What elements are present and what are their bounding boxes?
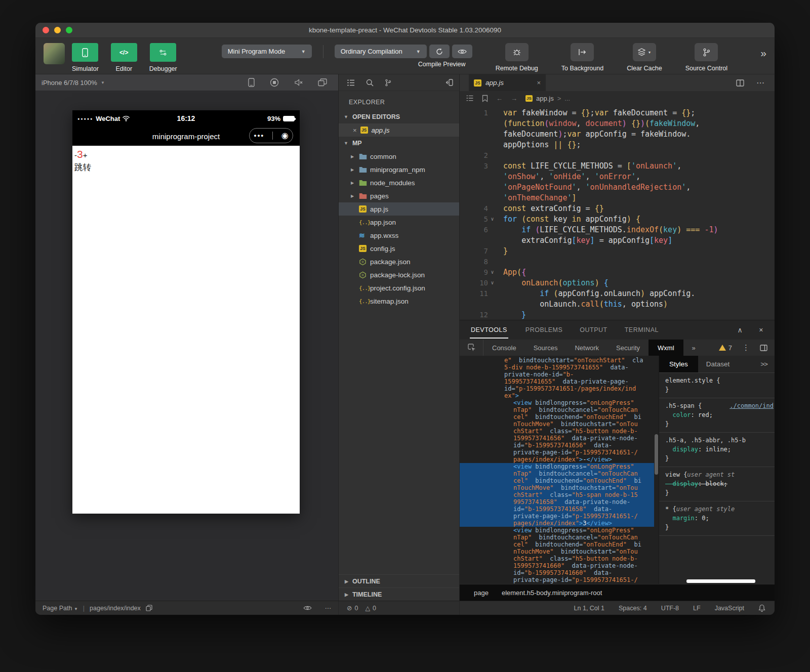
simulator-toggle[interactable]: Simulator — [72, 43, 99, 72]
copy-path-icon[interactable] — [146, 605, 152, 611]
tree-item-project.config.json[interactable]: {..}project.config.json — [339, 281, 459, 295]
wxml-node-line[interactable]: 1599573741660" data-private-node- — [460, 562, 654, 569]
code-row[interactable]: 8 — [460, 256, 775, 267]
inspect-element-icon[interactable] — [460, 340, 483, 356]
more-actions-icon[interactable]: ⋯ — [325, 604, 332, 612]
user-avatar[interactable] — [44, 43, 65, 64]
style-rule-line[interactable]: } — [659, 454, 775, 463]
close-panel-icon[interactable]: × — [759, 326, 763, 334]
tab-terminal[interactable]: TERMINAL — [625, 326, 659, 333]
wxml-node-line[interactable]: nTouchMove" bindtouchstart="onTou — [460, 484, 654, 491]
tab-dataset[interactable]: Dataset — [698, 356, 738, 372]
tree-item-node_modules[interactable]: ▶node_modules — [339, 176, 459, 189]
style-rule-line[interactable]: element.style { — [659, 376, 775, 385]
compile-button[interactable] — [429, 45, 450, 58]
record-icon[interactable] — [270, 78, 279, 87]
remote-debug-group[interactable]: Remote Debug — [496, 43, 538, 72]
wxml-node-line[interactable]: id="b-1599573741660" data- — [460, 569, 654, 576]
statusbar-problems-section[interactable]: ⊘0 △0 — [338, 601, 460, 615]
wxml-node-line[interactable]: 5-div node-b-1599573741655" data- — [460, 364, 654, 371]
clear-cache-group[interactable]: ▼ Clear Cache — [627, 43, 662, 72]
code-row[interactable]: 4const extraConfig = {} — [460, 203, 775, 214]
tree-item-sitemap.json[interactable]: {..}sitemap.json — [339, 295, 459, 308]
clear-cache-button[interactable]: ▼ — [633, 43, 656, 61]
tab-output[interactable]: OUTPUT — [580, 326, 607, 333]
to-background-button[interactable] — [571, 43, 594, 61]
breadcrumb-element[interactable]: element.h5-body.miniprogram-root — [502, 589, 602, 597]
code-row[interactable]: extraConfig[key] = appConfig[key] — [460, 235, 775, 245]
subtab-sources[interactable]: Sources — [525, 340, 566, 356]
tree-item-app.wxss[interactable]: ≋app.wxss — [339, 229, 459, 242]
tree-item-miniprogram_npm[interactable]: ▶miniprogram_npm — [339, 163, 459, 176]
subtab-network[interactable]: Network — [566, 340, 608, 356]
close-miniprogram-button[interactable]: ◉ — [281, 132, 289, 140]
outline-section[interactable]: ▶ OUTLINE — [339, 574, 459, 587]
style-rule-line[interactable]: view {user agent st — [659, 470, 775, 479]
style-rule-line[interactable]: color: red; — [659, 410, 775, 419]
code-row[interactable]: 'onPageNotFound', 'onUnhandledRejection'… — [460, 182, 775, 192]
code-row[interactable]: 2 — [460, 150, 775, 160]
language-mode[interactable]: JavaScript — [715, 605, 744, 612]
preview-button[interactable] — [452, 45, 472, 58]
source-control-button[interactable] — [695, 43, 718, 61]
wxml-node-line[interactable]: id="p-1599573741651-/pages/index/ind — [460, 385, 654, 392]
wxml-node-line[interactable]: cel" bindtouchend="onTouchEnd" bi — [460, 413, 654, 421]
close-editor-icon[interactable]: × — [353, 127, 357, 134]
code-row[interactable]: 'onThemeChange'] — [460, 192, 775, 203]
style-rule-line[interactable]: } — [659, 523, 775, 532]
source-control-group[interactable]: Source Control — [685, 43, 727, 72]
tab-problems[interactable]: PROBLEMS — [525, 326, 562, 333]
device-selector[interactable]: iPhone 6/7/8 100% ▼ — [42, 79, 105, 87]
to-background-group[interactable]: To Background — [561, 43, 603, 72]
code-row[interactable]: appOptions || {}; — [460, 139, 775, 150]
more-menu-button[interactable]: ●●● — [254, 133, 264, 138]
style-rule-line[interactable]: } — [659, 385, 775, 394]
close-tab-icon[interactable]: × — [537, 79, 541, 87]
wxml-node-line[interactable]: private-page-id="p-1599573741651-/ — [460, 449, 654, 456]
styles-overflow-icon[interactable]: >> — [760, 360, 775, 368]
subtab-wxml[interactable]: Wxml — [649, 340, 683, 356]
wxml-node-line[interactable]: 1599573741655" data-private-page- — [460, 378, 654, 385]
timeline-section[interactable]: ▶ TIMELINE — [339, 587, 459, 601]
tree-item-common[interactable]: ▶common — [339, 150, 459, 163]
eol-setting[interactable]: LF — [693, 605, 701, 612]
wxml-node-line[interactable]: nTap" bindtouchcancel="onTouchCan — [460, 406, 654, 413]
wxml-node-line[interactable]: <view bindlongpress="onLongPress" — [460, 527, 654, 534]
wxml-node-line[interactable]: nTap" bindtouchcancel="onTouchCan — [460, 470, 654, 477]
code-row[interactable]: 6 if (LIFE_CYCLE_METHODS.indexOf(key) ==… — [460, 224, 775, 235]
wxml-node-line[interactable]: cel" bindtouchend="onTouchEnd" bi — [460, 477, 654, 484]
wxml-node-line[interactable]: nTap" bindtouchcancel="onTouchCan — [460, 534, 654, 541]
warning-badge[interactable]: 7 — [719, 344, 732, 352]
code-row[interactable]: 1var fakeWindow = {};var fakeDocument = … — [460, 107, 775, 118]
style-rule-line[interactable]: margin: 0; — [659, 514, 775, 523]
wxml-node-line[interactable]: private-page-id="p-1599573741651-/ — [460, 513, 654, 520]
subtab-overflow-icon[interactable]: » — [683, 340, 704, 356]
wxml-node-line[interactable]: chStart" class="h5-button node-b- — [460, 428, 654, 435]
wxml-node-line[interactable]: nTouchMove" bindtouchstart="onTou — [460, 421, 654, 428]
style-rule-line[interactable]: display: block; — [659, 479, 775, 488]
tree-item-package-lock.json[interactable]: package-lock.json — [339, 268, 459, 281]
wxml-node-line[interactable]: pages/index/index">-</view> — [460, 456, 654, 463]
wxml-node-line[interactable]: chStart" class="h5-span node-b-15 — [460, 491, 654, 498]
split-editor-icon[interactable] — [736, 79, 744, 87]
breadcrumb-page[interactable]: page — [474, 589, 489, 597]
style-rule-line[interactable]: .h5-span {./common/ind — [659, 401, 775, 410]
wxml-node-line[interactable]: chStart" class="h5-button node-b- — [460, 555, 654, 562]
wxml-node-line[interactable]: private-page-id="p-1599573741651-/ — [460, 576, 654, 583]
code-row[interactable]: 7} — [460, 245, 775, 256]
wxml-node-line[interactable]: e" bindtouchstart="onTouchStart" cla — [460, 357, 654, 364]
code-row[interactable]: onLaunch.call(this, options) — [460, 299, 775, 309]
code-row[interactable]: 'onShow', 'onHide', 'onError', — [460, 171, 775, 182]
code-row[interactable]: (function(window, document) {})(fakeWind… — [460, 118, 775, 129]
branch-icon[interactable] — [385, 79, 391, 87]
subtab-console[interactable]: Console — [483, 340, 525, 356]
debugger-toggle[interactable]: Debugger — [149, 43, 177, 72]
open-editor-item-appjs[interactable]: × JS app.js — [339, 123, 459, 137]
dock-side-icon[interactable] — [760, 345, 767, 351]
subtab-security[interactable]: Security — [608, 340, 649, 356]
rotate-device-icon[interactable] — [248, 78, 255, 87]
style-rule-line[interactable]: .h5-a, .h5-abbr, .h5-b — [659, 436, 775, 445]
devtools-menu-icon[interactable]: ⋮ — [742, 343, 750, 352]
wxml-node-line[interactable]: id="b-1599573741658" data- — [460, 506, 654, 513]
wxml-node-line[interactable]: cel" bindtouchend="onTouchEnd" bi — [460, 541, 654, 548]
